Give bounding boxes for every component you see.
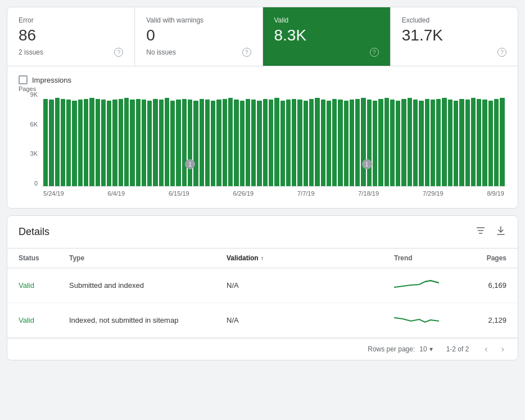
- chart-bar: [55, 98, 60, 186]
- rows-per-page-select[interactable]: 10 ▾: [419, 345, 432, 353]
- chart-bar: [89, 98, 94, 186]
- chart-bar: [344, 101, 349, 186]
- col-validation-header[interactable]: Validation ↑: [227, 254, 394, 262]
- chart-bar: [216, 100, 221, 186]
- chart-bar: [49, 100, 53, 186]
- details-card: Details Status Type Validation: [7, 215, 518, 360]
- error-tab-label: Error: [19, 16, 123, 24]
- chart-bar: [274, 98, 279, 186]
- details-title: Details: [19, 226, 49, 238]
- table-row: Valid Indexed, not submitted in sitemap …: [7, 303, 518, 338]
- valid-warnings-tab-label: Valid with warnings: [146, 16, 251, 24]
- impressions-checkbox[interactable]: [19, 75, 28, 84]
- col-pages-header: Pages: [461, 254, 506, 262]
- details-actions: [475, 225, 506, 239]
- x-label-4: 6/26/19: [233, 190, 254, 197]
- chart-bar: [396, 101, 400, 186]
- valid-help-icon[interactable]: ?: [370, 48, 379, 57]
- chart-bar: [494, 99, 499, 186]
- excluded-help-icon[interactable]: ?: [497, 48, 506, 57]
- x-label-8: 8/9/19: [487, 190, 504, 197]
- chart-bar: [130, 100, 134, 186]
- table-row: Valid Submitted and indexed N/A 6,169: [7, 268, 518, 303]
- col-type-header: Type: [69, 254, 227, 262]
- chart-bar: [477, 99, 481, 186]
- chart-bar: [413, 100, 418, 186]
- prev-page-button[interactable]: ‹: [482, 344, 490, 354]
- chart-bar: [321, 100, 325, 186]
- error-help-icon[interactable]: ?: [114, 48, 123, 57]
- chart-bar: [378, 99, 383, 186]
- chart-bar: [500, 98, 504, 186]
- chart-bar: [193, 101, 198, 186]
- chart-bar: [436, 99, 441, 186]
- chart-bar: [251, 100, 256, 186]
- col-status-header: Status: [19, 254, 69, 262]
- chart-bar: [119, 99, 123, 186]
- chart-bar: [431, 100, 435, 186]
- valid-tab-label: Valid: [274, 16, 379, 24]
- chart-bar: [228, 98, 233, 186]
- chart-bar: [304, 101, 308, 186]
- status-tab-error[interactable]: Error 86 2 issues ?: [7, 7, 135, 66]
- sort-arrow-icon: ↑: [261, 255, 264, 261]
- chart-bar: [367, 100, 372, 186]
- x-label-2: 6/4/19: [108, 190, 125, 197]
- download-icon[interactable]: [495, 225, 506, 239]
- status-tab-valid[interactable]: Valid 8.3K ?: [263, 7, 391, 66]
- valid-warnings-tab-sub: No issues: [146, 48, 176, 56]
- chart-area: Impressions Pages 9K 6K 3K 0 1 1: [7, 66, 518, 208]
- y-tick-3k: 3K: [30, 150, 38, 157]
- chart-bar: [205, 100, 210, 186]
- chart-bar: [459, 99, 464, 186]
- chart-bar: [465, 100, 470, 186]
- chart-bar: [101, 100, 106, 186]
- chart-bar: [286, 100, 291, 186]
- excluded-tab-value: 31.7K: [402, 28, 506, 43]
- table-header: Status Type Validation ↑ Trend Pages: [7, 249, 518, 268]
- y-axis: 9K 6K 3K 0: [19, 91, 41, 187]
- row1-type: Submitted and indexed: [69, 281, 227, 290]
- y-tick-9k: 9K: [30, 91, 38, 98]
- next-page-button[interactable]: ›: [499, 344, 506, 354]
- y-tick-0: 0: [34, 180, 38, 187]
- chart-bar: [280, 101, 285, 186]
- chart-bar: [211, 101, 215, 186]
- chart-bar: [78, 100, 83, 186]
- chart-bar: [43, 99, 48, 186]
- chart-bar: [361, 98, 365, 186]
- chart-bar: [338, 100, 342, 186]
- chart-bar: [373, 101, 377, 186]
- chart-bar: [112, 100, 117, 186]
- chart-bar: [355, 99, 360, 186]
- chart-bar: [350, 100, 354, 186]
- chart-bar: [257, 101, 261, 186]
- excluded-tab-label: Excluded: [402, 16, 506, 24]
- status-tab-excluded[interactable]: Excluded 31.7K ?: [391, 7, 518, 66]
- pagination-info: 1-2 of 2: [446, 345, 469, 353]
- impressions-toggle[interactable]: Impressions: [19, 75, 506, 84]
- chart-bar: [442, 98, 446, 186]
- row1-trend: [394, 276, 461, 295]
- chart-bar: [240, 101, 245, 186]
- status-tabs-container: Error 86 2 issues ? Valid with warnings …: [7, 7, 518, 66]
- chart-bar: [401, 99, 406, 186]
- chart-bar: [182, 99, 187, 186]
- chart-bar: [61, 99, 65, 186]
- chart-bar: [165, 98, 169, 186]
- row2-pages: 2,129: [461, 316, 506, 324]
- x-label-6: 7/18/19: [358, 190, 379, 197]
- filter-icon[interactable]: [475, 225, 486, 239]
- chart-wrapper: Pages 9K 6K 3K 0 1 1 5/24/19 6/4: [19, 91, 506, 204]
- chart-bar: [66, 100, 71, 186]
- row1-pages: 6,169: [461, 281, 506, 290]
- chart-bar: [263, 99, 268, 186]
- error-tab-value: 86: [19, 28, 123, 43]
- chart-bar: [488, 101, 493, 186]
- chart-bar: [315, 98, 319, 186]
- rows-per-page-value: 10: [419, 345, 427, 353]
- chart-bar: [332, 99, 337, 186]
- chart-bar: [153, 99, 157, 186]
- status-tab-valid-warnings[interactable]: Valid with warnings 0 No issues ?: [135, 7, 262, 66]
- valid-warnings-help-icon[interactable]: ?: [242, 48, 251, 57]
